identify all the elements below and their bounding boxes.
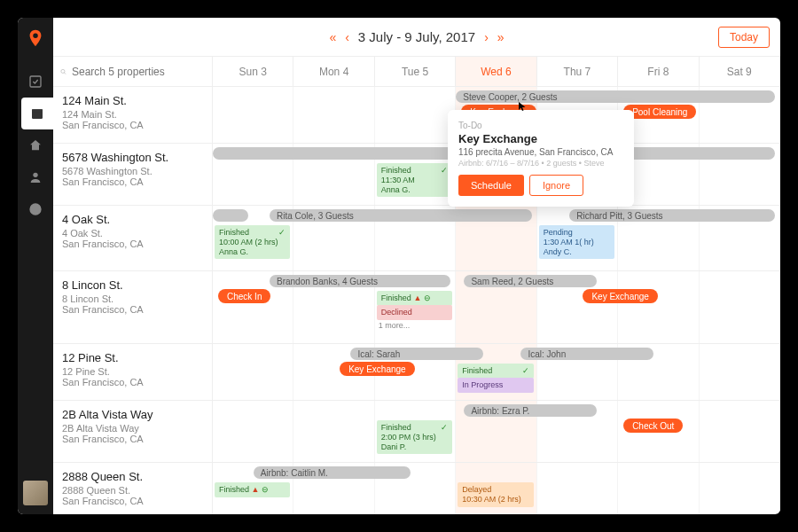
task-card[interactable]: Finished ✓2:00 PM (3 hrs)Dani P. bbox=[377, 420, 452, 454]
task-card[interactable]: Finished ▲ ⊖ bbox=[215, 482, 290, 497]
property-cell[interactable]: 2888 Queen St.2888 Queen St.San Francisc… bbox=[53, 463, 213, 514]
day-header[interactable]: Sun 3 bbox=[213, 57, 293, 86]
date-range: 3 July - 9 July, 2017 bbox=[358, 29, 475, 44]
row-slots: Ical: SarahIcal: JohnKey ExchangeFinishe… bbox=[213, 344, 780, 400]
user-avatar[interactable] bbox=[23, 481, 48, 505]
search-icon bbox=[60, 66, 66, 77]
row-slots: Brandon Banks, 4 GuestsSam Reed, 2 Guest… bbox=[213, 271, 780, 343]
property-row: 8 Lincon St.8 Lincon St.San Francisco, C… bbox=[53, 271, 780, 344]
popover-meta: Airbnb: 6/7/16 – 8/7/16 • 2 guests • Ste… bbox=[458, 159, 623, 168]
row-slots: Rita Cole, 3 GuestsRichard Pitt, 3 Guest… bbox=[213, 206, 780, 270]
app-logo-icon bbox=[26, 28, 45, 48]
search-input[interactable] bbox=[72, 66, 205, 78]
search-wrapper bbox=[60, 66, 205, 78]
calendar-grid: Sun 3Mon 4Tue 5Wed 6Thu 7Fri 8Sat 9 124 … bbox=[53, 57, 780, 514]
task-card[interactable]: In Progress bbox=[458, 378, 533, 393]
property-row: 2B Alta Vista Way2B Alta Vista WaySan Fr… bbox=[53, 401, 780, 463]
main: « ‹ 3 July - 9 July, 2017 › » Today Sun … bbox=[53, 18, 780, 514]
action-pill[interactable]: Check In bbox=[218, 289, 270, 303]
property-cell[interactable]: 12 Pine St.12 Pine St.San Francisco, CA bbox=[53, 344, 213, 400]
property-row: 4 Oak St.4 Oak St.San Francisco, CARita … bbox=[53, 206, 780, 271]
popover-label: To-Do bbox=[458, 121, 623, 130]
property-cell[interactable]: 5678 Washington St.5678 Washington St.Sa… bbox=[53, 144, 213, 205]
property-row: 12 Pine St.12 Pine St.San Francisco, CAI… bbox=[53, 344, 780, 401]
property-cell[interactable]: 8 Lincon St.8 Lincon St.San Francisco, C… bbox=[53, 271, 213, 343]
svg-point-4 bbox=[61, 69, 65, 73]
nav-reports-icon[interactable] bbox=[18, 193, 53, 225]
sidebar bbox=[18, 18, 53, 514]
prev-arrow-icon[interactable]: ‹ bbox=[345, 30, 349, 44]
booking-bar[interactable]: Brandon Banks, 4 Guests bbox=[270, 275, 450, 287]
schedule-button[interactable]: Schedule bbox=[458, 175, 524, 196]
nav-person-icon[interactable] bbox=[18, 161, 53, 193]
booking-bar[interactable]: Steve Cooper, 2 Guests bbox=[456, 90, 775, 103]
day-header[interactable]: Thu 7 bbox=[537, 57, 618, 86]
day-header[interactable]: Mon 4 bbox=[293, 57, 374, 86]
action-pill[interactable]: Pool Cleaning bbox=[623, 105, 696, 119]
property-row: 5678 Washington St.5678 Washington St.Sa… bbox=[53, 144, 780, 206]
svg-point-3 bbox=[33, 173, 37, 177]
action-pill[interactable]: Key Exchange bbox=[583, 289, 658, 303]
property-cell[interactable]: 124 Main St.124 Main St.San Francisco, C… bbox=[53, 87, 213, 143]
day-header[interactable]: Sat 9 bbox=[700, 57, 780, 86]
property-row: 124 Main St.124 Main St.San Francisco, C… bbox=[53, 87, 780, 144]
svg-rect-0 bbox=[30, 76, 41, 87]
first-arrow-icon[interactable]: « bbox=[329, 30, 336, 44]
property-cell[interactable]: 4 Oak St.4 Oak St.San Francisco, CA bbox=[53, 206, 213, 270]
last-arrow-icon[interactable]: » bbox=[497, 30, 505, 44]
row-slots: Airbnb: Ezra P.Check OutFinished ✓2:00 P… bbox=[213, 401, 780, 462]
booking-bar[interactable] bbox=[213, 147, 475, 160]
booking-bar[interactable]: Richard Pitt, 3 Guests bbox=[569, 209, 775, 222]
task-popover: To-Do Key Exchange 116 precita Avenue, S… bbox=[448, 110, 634, 207]
nav-home-icon[interactable] bbox=[18, 129, 53, 161]
nav-checklist-icon[interactable] bbox=[18, 66, 53, 98]
booking-bar[interactable]: Airbnb: Ezra P. bbox=[464, 404, 596, 417]
property-cell[interactable]: 2B Alta Vista Way2B Alta Vista WaySan Fr… bbox=[53, 401, 213, 462]
today-button[interactable]: Today bbox=[718, 27, 770, 48]
day-header[interactable]: Fri 8 bbox=[618, 57, 699, 86]
popover-address: 116 precita Avenue, San Francisco, CA bbox=[458, 147, 623, 157]
task-card[interactable]: Declined bbox=[377, 305, 452, 320]
booking-bar[interactable] bbox=[213, 209, 248, 222]
task-card[interactable]: Finished ✓11:30 AMAnna G. bbox=[377, 163, 452, 197]
task-card[interactable]: Pending1:30 AM 1( hr)Andy C. bbox=[539, 225, 614, 259]
more-link[interactable]: 1 more... bbox=[379, 321, 411, 330]
row-slots: Airbnb: Caitlin M.Finished ▲ ⊖Delayed10:… bbox=[213, 463, 780, 514]
next-arrow-icon[interactable]: › bbox=[484, 30, 489, 44]
booking-bar[interactable]: Airbnb: Caitlin M. bbox=[254, 466, 411, 479]
nav-calendar-icon[interactable] bbox=[21, 98, 53, 129]
date-header: « ‹ 3 July - 9 July, 2017 › » Today bbox=[53, 18, 780, 57]
day-header[interactable]: Tue 5 bbox=[375, 57, 456, 86]
property-row: 2888 Queen St.2888 Queen St.San Francisc… bbox=[53, 463, 780, 514]
day-header[interactable]: Wed 6 bbox=[456, 57, 536, 86]
booking-bar[interactable]: Ical: Sarah bbox=[350, 348, 482, 360]
popover-title: Key Exchange bbox=[458, 132, 623, 145]
cursor-icon bbox=[517, 101, 528, 112]
action-pill[interactable]: Check Out bbox=[623, 419, 683, 433]
ignore-button[interactable]: Ignore bbox=[529, 175, 583, 196]
task-card[interactable]: Finished ▲ ⊖ bbox=[377, 291, 452, 306]
task-card[interactable]: Delayed10:30 AM (2 hrs) bbox=[458, 482, 533, 507]
action-pill[interactable]: Key Exchange bbox=[340, 362, 415, 376]
task-card[interactable]: Finished ✓ bbox=[458, 364, 533, 379]
task-card[interactable]: Finished ✓10:00 AM (2 hrs)Anna G. bbox=[215, 225, 290, 259]
svg-rect-2 bbox=[32, 109, 43, 112]
booking-bar[interactable]: Rita Cole, 3 Guests bbox=[270, 209, 532, 222]
booking-bar[interactable]: Sam Reed, 2 Guests bbox=[464, 275, 596, 287]
booking-bar[interactable]: Ical: John bbox=[520, 348, 653, 360]
